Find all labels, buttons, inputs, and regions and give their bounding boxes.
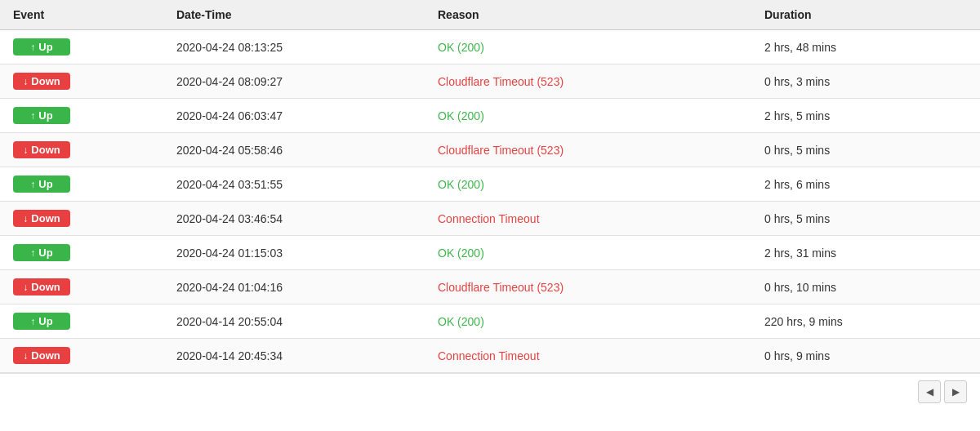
reason-text: Cloudflare Timeout (523) <box>438 144 564 157</box>
datetime-cell: 2020-04-24 08:09:27 <box>163 64 425 99</box>
table-row: ↓Down2020-04-24 03:46:54Connection Timeo… <box>0 202 980 236</box>
datetime-cell: 2020-04-24 05:58:46 <box>163 133 425 167</box>
reason-cell: OK (200) <box>425 99 751 133</box>
event-label: Down <box>31 75 60 87</box>
event-label: Up <box>38 109 52 122</box>
table-row: ↓Down2020-04-14 20:45:34Connection Timeo… <box>0 339 980 373</box>
reason-text: OK (200) <box>438 178 484 191</box>
duration-cell: 0 hrs, 5 mins <box>751 133 980 167</box>
up-arrow-icon: ↑ <box>30 42 35 53</box>
down-badge: ↓Down <box>13 347 70 364</box>
reason-text: Cloudflare Timeout (523) <box>438 75 564 88</box>
datetime-cell: 2020-04-14 20:45:34 <box>163 339 425 373</box>
event-cell: ↑Up <box>0 236 163 270</box>
table-body: ↑Up2020-04-24 08:13:25OK (200)2 hrs, 48 … <box>0 30 980 373</box>
reason-cell: Cloudflare Timeout (523) <box>425 64 751 99</box>
duration-cell: 2 hrs, 6 mins <box>751 167 980 202</box>
event-cell: ↑Up <box>0 167 163 202</box>
duration-cell: 0 hrs, 3 mins <box>751 64 980 99</box>
down-arrow-icon: ↓ <box>23 76 28 87</box>
datetime-cell: 2020-04-24 03:51:55 <box>163 167 425 202</box>
reason-text: Connection Timeout <box>438 349 540 362</box>
down-arrow-icon: ↓ <box>23 282 28 293</box>
down-badge: ↓Down <box>13 278 70 295</box>
event-label: Down <box>31 281 60 293</box>
reason-text: Cloudflare Timeout (523) <box>438 281 564 294</box>
event-label: Up <box>38 178 52 190</box>
table-row: ↑Up2020-04-24 06:03:47OK (200)2 hrs, 5 m… <box>0 99 980 133</box>
duration-cell: 0 hrs, 9 mins <box>751 339 980 373</box>
duration-cell: 220 hrs, 9 mins <box>751 304 980 339</box>
up-badge: ↑Up <box>13 107 70 124</box>
event-cell: ↓Down <box>0 339 163 373</box>
reason-cell: Cloudflare Timeout (523) <box>425 133 751 167</box>
table-row: ↑Up2020-04-24 03:51:55OK (200)2 hrs, 6 m… <box>0 167 980 202</box>
col-header-reason: Reason <box>425 0 751 30</box>
up-arrow-icon: ↑ <box>30 247 35 259</box>
next-page-button[interactable]: ▶ <box>944 380 967 403</box>
table-header: Event Date-Time Reason Duration <box>0 0 980 30</box>
table-row: ↑Up2020-04-14 20:55:04OK (200)220 hrs, 9… <box>0 304 980 339</box>
datetime-cell: 2020-04-24 01:15:03 <box>163 236 425 270</box>
events-table: Event Date-Time Reason Duration ↑Up2020-… <box>0 0 980 373</box>
event-label: Up <box>38 315 52 327</box>
duration-cell: 2 hrs, 31 mins <box>751 236 980 270</box>
duration-cell: 2 hrs, 5 mins <box>751 99 980 133</box>
datetime-cell: 2020-04-24 03:46:54 <box>163 202 425 236</box>
reason-text: Connection Timeout <box>438 212 540 225</box>
down-arrow-icon: ↓ <box>23 144 28 156</box>
col-header-duration: Duration <box>751 0 980 30</box>
down-badge: ↓Down <box>13 210 70 227</box>
event-cell: ↑Up <box>0 30 163 64</box>
event-cell: ↑Up <box>0 304 163 339</box>
table-row: ↓Down2020-04-24 01:04:16Cloudflare Timeo… <box>0 270 980 304</box>
up-badge: ↑Up <box>13 244 70 261</box>
table-row: ↑Up2020-04-24 01:15:03OK (200)2 hrs, 31 … <box>0 236 980 270</box>
reason-cell: OK (200) <box>425 304 751 339</box>
duration-cell: 0 hrs, 5 mins <box>751 202 980 236</box>
event-label: Down <box>31 144 60 156</box>
table-row: ↓Down2020-04-24 05:58:46Cloudflare Timeo… <box>0 133 980 167</box>
event-cell: ↓Down <box>0 202 163 236</box>
event-cell: ↓Down <box>0 270 163 304</box>
up-arrow-icon: ↑ <box>30 110 35 122</box>
event-cell: ↓Down <box>0 64 163 99</box>
col-header-event: Event <box>0 0 163 30</box>
event-label: Up <box>38 41 52 53</box>
up-badge: ↑Up <box>13 176 70 193</box>
up-badge: ↑Up <box>13 38 70 56</box>
table-row: ↑Up2020-04-24 08:13:25OK (200)2 hrs, 48 … <box>0 30 980 64</box>
event-label: Down <box>31 349 60 362</box>
reason-text: OK (200) <box>438 109 484 122</box>
table-row: ↓Down2020-04-24 08:09:27Cloudflare Timeo… <box>0 64 980 99</box>
prev-page-button[interactable]: ◀ <box>918 380 941 403</box>
event-label: Up <box>38 247 52 259</box>
down-arrow-icon: ↓ <box>23 350 28 362</box>
datetime-cell: 2020-04-24 01:04:16 <box>163 270 425 304</box>
reason-cell: OK (200) <box>425 167 751 202</box>
col-header-datetime: Date-Time <box>163 0 425 30</box>
reason-cell: Connection Timeout <box>425 339 751 373</box>
reason-text: OK (200) <box>438 247 484 260</box>
pagination: ◀ ▶ <box>0 373 980 410</box>
up-badge: ↑Up <box>13 313 70 330</box>
down-arrow-icon: ↓ <box>23 213 28 224</box>
duration-cell: 2 hrs, 48 mins <box>751 30 980 64</box>
reason-text: OK (200) <box>438 41 484 54</box>
event-label: Down <box>31 212 60 224</box>
datetime-cell: 2020-04-24 08:13:25 <box>163 30 425 64</box>
reason-text: OK (200) <box>438 315 484 328</box>
event-cell: ↓Down <box>0 133 163 167</box>
down-badge: ↓Down <box>13 141 70 158</box>
reason-cell: Cloudflare Timeout (523) <box>425 270 751 304</box>
down-badge: ↓Down <box>13 73 70 90</box>
up-arrow-icon: ↑ <box>30 179 35 190</box>
up-arrow-icon: ↑ <box>30 316 35 327</box>
reason-cell: Connection Timeout <box>425 202 751 236</box>
datetime-cell: 2020-04-14 20:55:04 <box>163 304 425 339</box>
duration-cell: 0 hrs, 10 mins <box>751 270 980 304</box>
event-cell: ↑Up <box>0 99 163 133</box>
events-table-container: Event Date-Time Reason Duration ↑Up2020-… <box>0 0 980 410</box>
reason-cell: OK (200) <box>425 30 751 64</box>
datetime-cell: 2020-04-24 06:03:47 <box>163 99 425 133</box>
